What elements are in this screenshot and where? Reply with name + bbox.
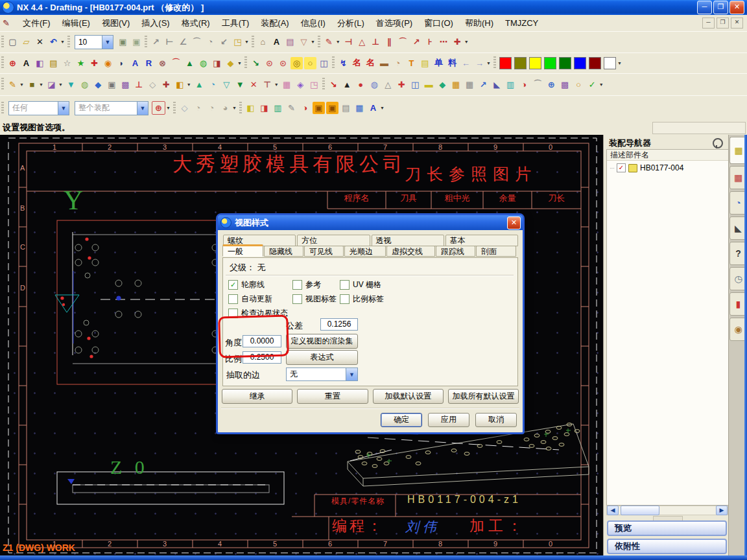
dialog-tab[interactable]: 虚拟交线 bbox=[386, 246, 435, 257]
tool-icon[interactable]: ◆ bbox=[436, 78, 449, 91]
pin-red-icon[interactable]: ⊙ bbox=[263, 57, 276, 69]
dialog-checkbox[interactable]: ✓ 参考 bbox=[292, 279, 340, 290]
cube-icon[interactable]: ◇ bbox=[178, 102, 191, 114]
bridge-icon[interactable]: ⌒ bbox=[170, 57, 182, 69]
snap-existing-point-icon[interactable]: ↙ bbox=[218, 36, 230, 48]
document-icon[interactable]: ▤ bbox=[419, 57, 431, 69]
snap-mid-point-icon[interactable]: ⊢ bbox=[163, 36, 176, 48]
selection-scope-select[interactable]: 整个装配▼ bbox=[75, 101, 148, 115]
text-a-icon[interactable]: A bbox=[129, 57, 141, 69]
tool-icon[interactable]: ◪ bbox=[45, 78, 58, 91]
tool-icon[interactable]: ◈ bbox=[294, 78, 307, 91]
chevron-down-icon[interactable]: ▼ bbox=[617, 61, 622, 65]
xr-box2-icon[interactable]: ▣ bbox=[326, 102, 338, 114]
dialog-tab[interactable]: 剖面 bbox=[476, 246, 516, 257]
tool-icon[interactable]: ▼ bbox=[234, 78, 246, 91]
menu-item[interactable]: 信息(I) bbox=[295, 16, 331, 30]
sheet-icon[interactable]: ▤ bbox=[284, 36, 296, 48]
menu-item[interactable]: 首选项(P) bbox=[370, 16, 418, 30]
weld-symbol-icon[interactable]: ★ bbox=[75, 57, 87, 69]
tree-column-header[interactable]: 描述部件名 bbox=[607, 150, 729, 161]
dialog-tab[interactable]: 可见线 bbox=[304, 246, 344, 257]
toolbar-grip[interactable] bbox=[332, 56, 335, 69]
dialog-confirm-button[interactable]: 确定 bbox=[381, 413, 422, 427]
tool-icon[interactable]: ● bbox=[355, 78, 367, 91]
snap-point-on-face-icon[interactable]: ◳ bbox=[231, 36, 244, 48]
close-part-icon[interactable]: ✕ bbox=[34, 36, 46, 48]
tool-icon[interactable]: ▣ bbox=[106, 78, 118, 91]
tool-icon[interactable]: ▲ bbox=[193, 78, 206, 91]
balloon-icon[interactable]: ◉ bbox=[102, 57, 114, 69]
dialog-checkbox[interactable]: ✓ 比例标签 bbox=[340, 294, 437, 305]
minimize-button[interactable]: ─ bbox=[697, 1, 712, 14]
annotation-hand-icon[interactable]: ☆ bbox=[61, 57, 73, 69]
toolbar-grip[interactable] bbox=[1, 56, 4, 69]
tolerance-field[interactable]: 0.1256 bbox=[320, 318, 358, 331]
note-icon[interactable]: A bbox=[20, 57, 32, 69]
color-swatch[interactable] bbox=[574, 57, 586, 69]
text-tool-icon[interactable]: A bbox=[270, 36, 283, 48]
bars-icon[interactable]: ▥ bbox=[272, 102, 284, 114]
dialog-tab-top[interactable]: 基本 bbox=[445, 235, 518, 246]
close-button[interactable]: ✕ bbox=[729, 1, 744, 14]
annotate-icon[interactable]: A bbox=[367, 102, 379, 114]
tool-icon[interactable]: ✚ bbox=[160, 78, 172, 91]
tree-icon[interactable]: ▲ bbox=[184, 57, 196, 69]
tool-icon[interactable]: ▩ bbox=[559, 78, 571, 91]
tree-item[interactable]: ··· ✓ HB0177-004 bbox=[607, 161, 729, 172]
dialog-checkbox[interactable]: ✓ 轮廓线 bbox=[228, 279, 292, 290]
r-file-icon[interactable]: ◨ bbox=[211, 57, 223, 69]
menu-item[interactable]: 视图(V) bbox=[96, 16, 136, 30]
layer-visible-icon[interactable]: ▣ bbox=[130, 36, 143, 48]
tool-icon[interactable]: ◇ bbox=[147, 78, 159, 91]
tool-icon[interactable]: ▩ bbox=[119, 78, 132, 91]
tabular-note-icon[interactable]: ▤ bbox=[47, 57, 60, 69]
horizontal-scrollbar[interactable]: ◀ ▶ bbox=[606, 506, 728, 515]
tool-icon[interactable]: ◔ bbox=[207, 78, 219, 91]
arrow-right-icon[interactable]: → bbox=[473, 57, 486, 69]
dimension-horizontal-icon[interactable]: ⊣ bbox=[342, 36, 355, 48]
snap-quadrant-icon[interactable]: ◔ bbox=[204, 36, 217, 48]
tool-icon[interactable]: ▥ bbox=[504, 78, 517, 91]
tool-icon[interactable]: ◣ bbox=[491, 78, 503, 91]
dimension-angle-icon[interactable]: △ bbox=[356, 36, 368, 48]
color-swatch[interactable] bbox=[604, 57, 616, 69]
checkbox-icon[interactable]: ✓ bbox=[228, 309, 238, 318]
surface-finish-icon[interactable]: ◗ bbox=[115, 57, 128, 69]
extracted-edges-select[interactable]: 无▼ bbox=[286, 368, 358, 381]
tree-checkbox[interactable]: ✓ bbox=[617, 163, 626, 172]
tool-icon[interactable]: ◑ bbox=[518, 78, 530, 91]
tool-icon[interactable]: ▦ bbox=[450, 78, 462, 91]
layer-settings-icon[interactable]: ▣ bbox=[117, 36, 129, 48]
define-render-set-button[interactable]: 定义视图的渲染集 bbox=[286, 334, 358, 349]
menu-item[interactable]: 格式(R) bbox=[176, 16, 216, 30]
half-sphere-icon[interactable]: ◑ bbox=[299, 102, 311, 114]
tool-icon[interactable]: ⊕ bbox=[545, 78, 558, 91]
mdi-close-button[interactable]: ✕ bbox=[731, 18, 743, 29]
scroll-right-icon[interactable]: ▶ bbox=[716, 506, 728, 515]
pin-icon[interactable] bbox=[713, 138, 723, 148]
color-swatch[interactable] bbox=[499, 57, 512, 69]
text-r-icon[interactable]: R bbox=[143, 57, 155, 69]
leader-icon[interactable]: ↗ bbox=[410, 36, 423, 48]
tool-icon[interactable]: ✚ bbox=[396, 78, 408, 91]
clamp-icon[interactable]: ◔ bbox=[192, 102, 204, 114]
tool-icon[interactable]: △ bbox=[382, 78, 394, 91]
checkbox-icon[interactable]: ✓ bbox=[340, 280, 350, 290]
dimension-cross-icon[interactable]: ✚ bbox=[451, 36, 464, 48]
rename-icon[interactable]: 名 bbox=[351, 57, 363, 69]
pattern-icon[interactable]: ◍ bbox=[197, 57, 209, 69]
dialog-tab[interactable]: 一般 bbox=[222, 244, 263, 257]
pin-green-icon[interactable]: ↘ bbox=[250, 57, 262, 69]
toolbar-grip[interactable] bbox=[318, 36, 320, 49]
tool-icon[interactable]: ▽ bbox=[220, 78, 233, 91]
dialog-title-bar[interactable]: 视图样式 ✕ bbox=[218, 215, 523, 230]
tool-icon[interactable]: ↘ bbox=[327, 78, 340, 91]
toolbar-grip[interactable] bbox=[145, 36, 147, 49]
power-icon[interactable]: ○ bbox=[304, 57, 316, 69]
wireframe-view-icon[interactable]: ◨ bbox=[258, 102, 270, 114]
material-icon[interactable]: 料 bbox=[446, 57, 458, 69]
datum-icon[interactable]: ⊕ bbox=[6, 57, 19, 69]
dimension-chain-icon[interactable]: ⋯ bbox=[438, 36, 450, 48]
toolbar-grip[interactable] bbox=[1, 78, 4, 91]
